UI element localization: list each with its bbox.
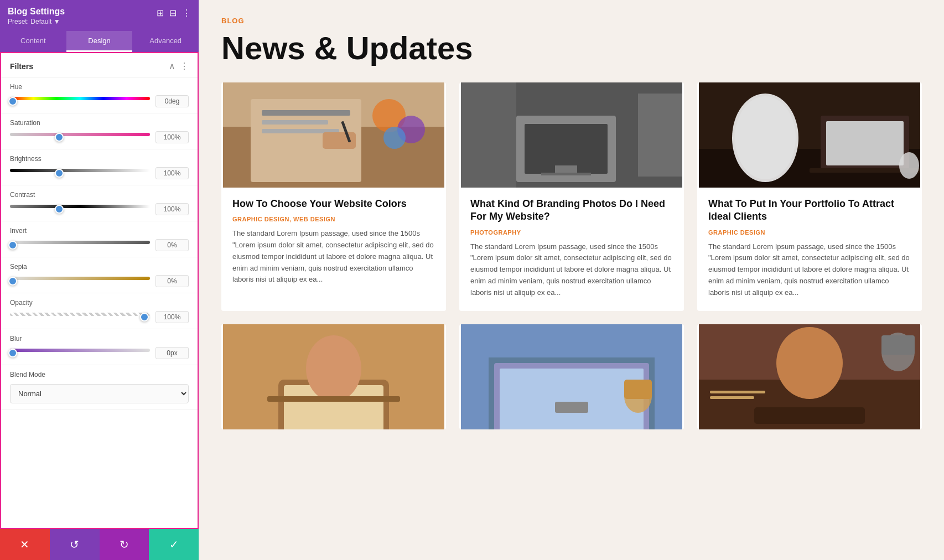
filters-header: Filters ∧ ⋮: [1, 53, 198, 77]
tab-design[interactable]: Design: [66, 31, 133, 52]
svg-rect-35: [500, 369, 644, 429]
left-panel: Blog Settings Preset: Default ▼ ⊞ ⊟ ⋮ Co…: [0, 0, 199, 560]
panel-header: Blog Settings Preset: Default ▼ ⊞ ⊟ ⋮: [0, 0, 199, 31]
blog-card-1[interactable]: How To Choose Your Website Colors GRAPHI…: [221, 82, 446, 311]
blend-mode-label: Blend Mode: [10, 371, 189, 378]
invert-control: 0%: [10, 239, 189, 251]
brightness-label: Brightness: [10, 155, 189, 163]
sepia-control: 0%: [10, 275, 189, 287]
card3-excerpt: The standard Lorem Ipsum passage, used s…: [708, 241, 911, 299]
hue-thumb[interactable]: [8, 97, 17, 106]
hue-control: 0deg: [10, 95, 189, 107]
svg-rect-22: [826, 121, 904, 165]
card2-body: What Kind Of Branding Photos Do I Need F…: [459, 188, 684, 311]
invert-label: Invert: [10, 227, 189, 235]
opacity-thumb[interactable]: [140, 313, 149, 322]
tab-advanced[interactable]: Advanced: [132, 31, 199, 52]
blend-mode-select[interactable]: Normal Multiply Screen Overlay Darken Li…: [10, 384, 189, 403]
website-colors-image: [221, 82, 446, 188]
svg-point-25: [735, 96, 796, 179]
blog-title: News & Updates: [221, 30, 922, 66]
svg-point-26: [899, 152, 919, 179]
blur-track: [10, 349, 150, 352]
panel-title: Blog Settings: [8, 7, 65, 17]
sat-thumb[interactable]: [55, 133, 64, 142]
card3-title: What To Put In Your Portfolio To Attract…: [708, 198, 911, 224]
contrast-value[interactable]: 100%: [155, 203, 189, 215]
panel-footer: ✕ ↺ ↻ ✓: [0, 529, 199, 560]
sepia-slider-wrapper[interactable]: [10, 277, 150, 286]
layout-icon[interactable]: ⊟: [169, 8, 177, 18]
contrast-thumb[interactable]: [55, 205, 64, 214]
svg-rect-44: [881, 335, 915, 355]
blur-label: Blur: [10, 335, 189, 343]
filters-title: Filters: [10, 62, 33, 71]
cancel-button[interactable]: ✕: [0, 529, 50, 560]
filter-contrast: Contrast 100%: [1, 185, 198, 221]
more-icon[interactable]: ⋮: [182, 8, 191, 18]
card1-excerpt: The standard Lorem Ipsum passage, used s…: [232, 228, 435, 286]
svg-rect-42: [754, 407, 865, 424]
hue-slider-wrapper[interactable]: [10, 97, 150, 106]
bright-track: [10, 169, 150, 172]
blog-label: BLOG: [221, 17, 922, 25]
svg-point-8: [383, 127, 406, 149]
hue-track: [10, 97, 150, 100]
bright-thumb[interactable]: [55, 169, 64, 178]
sepia-track: [10, 277, 150, 280]
card2-excerpt: The standard Lorem Ipsum passage, used s…: [470, 241, 673, 299]
filter-invert: Invert 0%: [1, 221, 198, 257]
reset-button[interactable]: ↺: [50, 529, 100, 560]
contrast-label: Contrast: [10, 191, 189, 199]
svg-rect-46: [710, 396, 754, 399]
contrast-control: 100%: [10, 203, 189, 215]
panel-preset[interactable]: Preset: Default ▼: [8, 18, 65, 25]
responsive-icon[interactable]: ⊞: [157, 8, 164, 18]
blog-card-6[interactable]: [697, 324, 922, 429]
filters-section: Filters ∧ ⋮ Hue 0deg Saturation: [0, 52, 199, 529]
collapse-icon[interactable]: ∧: [169, 61, 175, 71]
brightness-slider-wrapper[interactable]: [10, 169, 150, 178]
saturation-control: 100%: [10, 131, 189, 143]
svg-rect-37: [624, 380, 652, 399]
save-button[interactable]: ✓: [149, 529, 199, 560]
sepia-label: Sepia: [10, 263, 189, 271]
sat-track: [10, 133, 150, 136]
opacity-track: [10, 313, 150, 316]
filter-sepia: Sepia 0%: [1, 257, 198, 293]
card2-title: What Kind Of Branding Photos Do I Need F…: [470, 198, 673, 224]
card6-image: [697, 324, 922, 429]
saturation-value[interactable]: 100%: [155, 131, 189, 143]
brightness-control: 100%: [10, 167, 189, 179]
invert-slider-wrapper[interactable]: [10, 241, 150, 250]
blog-card-3[interactable]: What To Put In Your Portfolio To Attract…: [697, 82, 922, 311]
opacity-value[interactable]: 100%: [155, 311, 189, 323]
contrast-slider-wrapper[interactable]: [10, 205, 150, 214]
svg-rect-4: [262, 120, 328, 125]
branding-photos-image: [459, 82, 684, 188]
blur-value[interactable]: 0px: [155, 347, 189, 359]
filter-saturation: Saturation 100%: [1, 113, 198, 149]
blog-card-4[interactable]: [221, 324, 446, 429]
card1-body: How To Choose Your Website Colors GRAPHI…: [221, 188, 446, 298]
invert-thumb[interactable]: [8, 241, 17, 250]
blur-slider-wrapper[interactable]: [10, 349, 150, 357]
tab-content[interactable]: Content: [0, 31, 66, 52]
blur-thumb[interactable]: [8, 349, 17, 357]
card2-category: PHOTOGRAPHY: [470, 229, 673, 236]
redo-button[interactable]: ↻: [100, 529, 149, 560]
brightness-value[interactable]: 100%: [155, 167, 189, 179]
opacity-slider-wrapper[interactable]: [10, 313, 150, 322]
saturation-slider-wrapper[interactable]: [10, 133, 150, 142]
sepia-value[interactable]: 0%: [155, 275, 189, 287]
hue-value[interactable]: 0deg: [155, 95, 189, 107]
svg-rect-45: [710, 391, 765, 393]
sepia-thumb[interactable]: [8, 277, 17, 286]
opacity-label: Opacity: [10, 299, 189, 307]
svg-rect-15: [555, 165, 577, 174]
blog-card-2[interactable]: What Kind Of Branding Photos Do I Need F…: [459, 82, 684, 311]
invert-value[interactable]: 0%: [155, 239, 189, 251]
blog-card-5[interactable]: [459, 324, 684, 429]
filter-more-icon[interactable]: ⋮: [180, 61, 189, 71]
filter-blend-mode: Blend Mode Normal Multiply Screen Overla…: [1, 365, 198, 409]
